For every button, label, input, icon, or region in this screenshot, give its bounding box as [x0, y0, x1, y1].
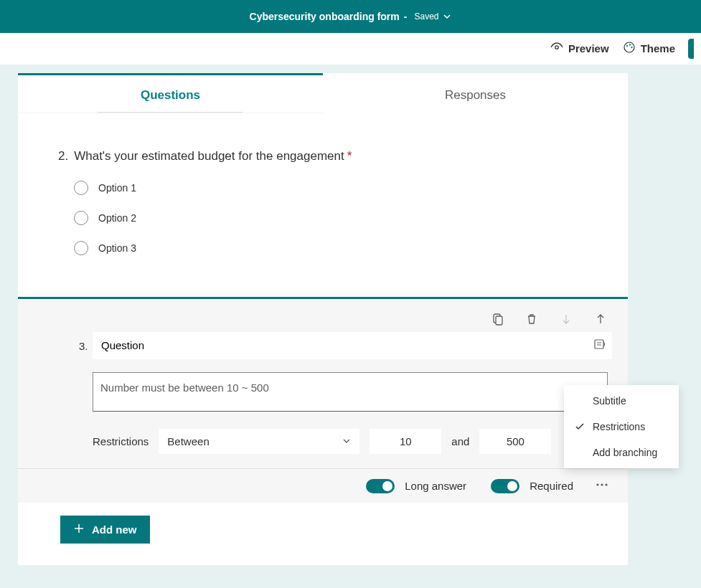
preview-button[interactable]: Preview — [550, 40, 609, 57]
question-number: 2. — [58, 149, 68, 163]
svg-point-1 — [624, 42, 634, 52]
tab-questions[interactable]: Questions — [18, 73, 323, 113]
question-number: 3. — [79, 340, 88, 352]
more-options-menu: Subtitle Restrictions Add branching — [564, 385, 679, 468]
right-panel-stub — [688, 39, 694, 59]
form-title: Cybersecurity onboarding form — [250, 11, 400, 22]
menu-subtitle[interactable]: Subtitle — [564, 388, 679, 414]
title-separator: - — [404, 11, 408, 22]
theme-button[interactable]: Theme — [622, 40, 675, 57]
svg-point-8 — [596, 483, 598, 485]
more-options-icon[interactable] — [591, 478, 613, 494]
move-up-icon[interactable] — [593, 312, 608, 326]
long-answer-toggle[interactable] — [366, 479, 395, 493]
svg-rect-7 — [595, 340, 603, 348]
svg-point-2 — [626, 45, 627, 47]
svg-point-0 — [555, 46, 558, 49]
palette-icon — [622, 40, 636, 57]
save-state: Saved — [414, 11, 438, 22]
add-new-button[interactable]: Add new — [60, 516, 150, 544]
form-card: Questions Responses 2. What's your estim… — [18, 73, 628, 565]
tabs: Questions Responses — [18, 73, 628, 113]
option-label: Option 2 — [98, 212, 136, 224]
question-2[interactable]: 2. What's your estimated budget for the … — [58, 149, 588, 163]
chevron-down-icon — [342, 435, 351, 447]
move-down-icon — [559, 312, 573, 326]
copy-icon[interactable] — [490, 312, 504, 326]
svg-point-9 — [601, 483, 603, 485]
required-asterisk: * — [347, 149, 352, 163]
title-bar: Cybersecurity onboarding form - Saved — [0, 0, 701, 33]
restriction-min-input[interactable]: 10 — [370, 429, 441, 454]
long-answer-label: Long answer — [405, 480, 466, 492]
answer-hint: Number must be between 10 ~ 500 — [93, 372, 608, 412]
radio-icon[interactable] — [74, 241, 88, 255]
menu-restrictions[interactable]: Restrictions — [564, 414, 679, 440]
required-toggle[interactable] — [491, 479, 519, 493]
immersive-reader-icon[interactable] — [593, 337, 608, 354]
radio-icon[interactable] — [74, 181, 88, 195]
question-title-input[interactable] — [93, 332, 612, 359]
and-label: and — [451, 435, 469, 447]
preview-label: Preview — [568, 42, 609, 54]
svg-point-4 — [631, 47, 632, 48]
option-label: Option 3 — [98, 242, 136, 254]
option-row[interactable]: Option 2 — [74, 211, 588, 225]
restriction-max-input[interactable]: 500 — [479, 429, 551, 454]
tab-responses[interactable]: Responses — [323, 73, 628, 113]
svg-point-10 — [605, 483, 607, 485]
eye-icon — [550, 40, 564, 57]
trash-icon[interactable] — [524, 312, 539, 326]
chevron-down-icon[interactable] — [443, 12, 451, 21]
required-label: Required — [530, 480, 573, 492]
svg-rect-6 — [496, 316, 502, 325]
check-icon — [574, 422, 585, 432]
option-row[interactable]: Option 3 — [74, 241, 588, 255]
question-3-editor: 3. Number must be between 10 ~ 500 Restr… — [18, 297, 628, 503]
svg-point-3 — [629, 44, 630, 45]
toolbar: Preview Theme — [0, 33, 701, 65]
restrictions-label: Restrictions — [93, 435, 149, 447]
restriction-type-dropdown[interactable]: Between — [159, 429, 359, 454]
option-label: Option 1 — [98, 182, 136, 194]
page-background: Questions Responses 2. What's your estim… — [0, 65, 701, 588]
plus-icon — [73, 523, 85, 536]
question-text: What's your estimated budget for the eng… — [74, 149, 344, 163]
option-row[interactable]: Option 1 — [74, 181, 588, 195]
theme-label: Theme — [641, 42, 675, 54]
menu-add-branching[interactable]: Add branching — [564, 440, 679, 465]
radio-icon[interactable] — [74, 211, 88, 225]
